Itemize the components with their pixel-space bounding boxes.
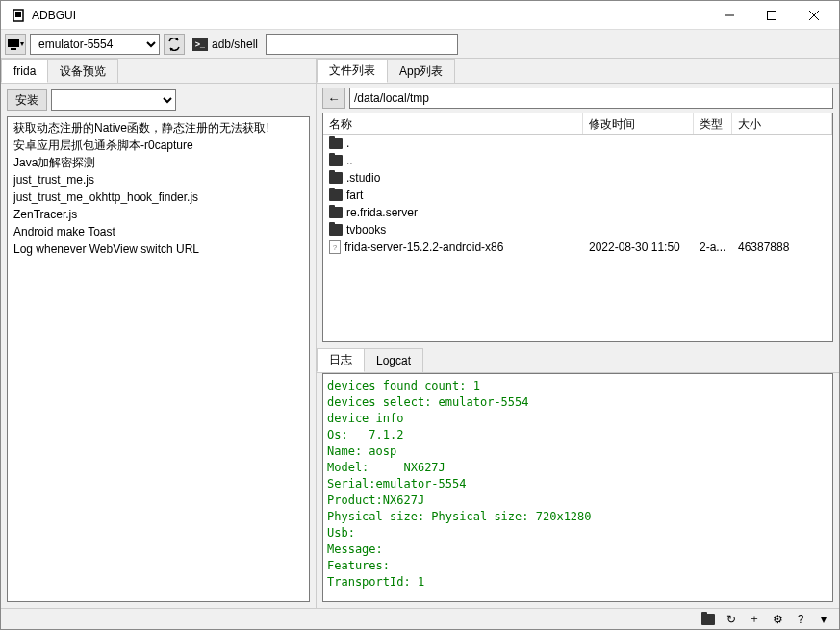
col-name[interactable]: 名称	[323, 113, 583, 134]
tab-logcat[interactable]: Logcat	[364, 348, 423, 372]
left-tabs: frida 设备预览	[1, 59, 316, 84]
device-select[interactable]: emulator-5554	[30, 34, 160, 55]
col-mtime[interactable]: 修改时间	[583, 113, 694, 134]
refresh-icon[interactable]: ↻	[724, 612, 739, 627]
tab-frida[interactable]: frida	[1, 59, 48, 83]
device-icon[interactable]: ▾	[5, 34, 26, 55]
titlebar: ADBGUI	[1, 1, 839, 30]
window-title: ADBGUI	[32, 9, 708, 22]
folder-icon	[329, 224, 343, 236]
svg-rect-3	[768, 11, 776, 19]
log-panel: 日志 Logcat devices found count: 1 devices…	[317, 348, 839, 608]
file-row[interactable]: re.frida.server	[323, 204, 832, 221]
script-item[interactable]: 获取动态注册的Native函数，静态注册的无法获取!	[10, 119, 307, 137]
file-size: 46387888	[732, 240, 832, 254]
folder-icon	[329, 172, 343, 184]
script-item[interactable]: Java加解密探测	[10, 154, 307, 171]
script-item[interactable]: just_trust_me.js	[10, 171, 307, 189]
file-name: frida-server-15.2.2-android-x86	[344, 240, 503, 254]
file-list: 名称 修改时间 类型 大小 ....studiofartre.frida.ser…	[322, 113, 833, 342]
log-content[interactable]: devices found count: 1 devices select: e…	[322, 373, 833, 602]
script-item[interactable]: 安卓应用层抓包通杀脚本-r0capture	[10, 137, 307, 154]
minimize-button[interactable]	[708, 2, 751, 29]
tab-app-list[interactable]: App列表	[387, 59, 455, 83]
close-button[interactable]	[793, 2, 835, 29]
shell-label: >_ adb/shell	[189, 38, 262, 51]
left-panel: frida 设备预览 安装 获取动态注册的Native函数，静态注册的无法获取!…	[1, 59, 317, 608]
gear-icon[interactable]: ⚙	[770, 612, 785, 627]
path-input[interactable]	[349, 88, 833, 109]
file-rows[interactable]: ....studiofartre.frida.servertvbooks?fri…	[323, 135, 832, 341]
svg-rect-7	[11, 48, 16, 50]
folder-icon[interactable]	[700, 612, 716, 627]
terminal-icon: >_	[192, 38, 208, 51]
file-name: re.frida.server	[346, 206, 418, 219]
back-button[interactable]: ←	[322, 88, 345, 109]
folder-icon	[329, 138, 343, 149]
right-tabs: 文件列表 App列表	[317, 59, 839, 84]
tab-file-list[interactable]: 文件列表	[317, 59, 388, 83]
file-name: tvbooks	[346, 223, 386, 237]
script-item[interactable]: Log whenever WebView switch URL	[10, 240, 307, 258]
script-list[interactable]: 获取动态注册的Native函数，静态注册的无法获取!安卓应用层抓包通杀脚本-r0…	[7, 116, 310, 602]
app-icon	[11, 8, 26, 23]
file-row[interactable]: ..	[323, 152, 832, 169]
file-name: fart	[346, 189, 363, 202]
file-mtime: 2022-08-30 11:50	[583, 240, 694, 254]
file-icon: ?	[329, 240, 341, 254]
frida-version-select[interactable]	[51, 89, 176, 111]
file-header: 名称 修改时间 类型 大小	[323, 113, 832, 135]
file-name: ..	[346, 154, 353, 167]
file-name: .	[346, 137, 349, 150]
maximize-button[interactable]	[751, 2, 793, 29]
col-size[interactable]: 大小	[732, 113, 832, 134]
refresh-button[interactable]	[164, 34, 185, 55]
col-type[interactable]: 类型	[694, 113, 732, 134]
help-icon[interactable]: ?	[793, 612, 808, 627]
tab-device-preview[interactable]: 设备预览	[47, 59, 118, 83]
folder-icon	[329, 155, 343, 166]
file-type: 2-a...	[694, 240, 732, 254]
file-name: .studio	[346, 171, 380, 185]
plus-icon[interactable]: ＋	[747, 612, 762, 627]
script-item[interactable]: just_trust_me_okhttp_hook_finder.js	[10, 189, 307, 206]
log-tabs: 日志 Logcat	[317, 348, 839, 373]
folder-icon	[329, 189, 343, 201]
statusbar: ↻ ＋ ⚙ ? ▾	[1, 608, 839, 629]
right-panel: 文件列表 App列表 ← 名称 修改时间 类型 大小 ....studiofar…	[317, 59, 839, 608]
script-item[interactable]: Android make Toast	[10, 223, 307, 240]
file-row[interactable]: .studio	[323, 169, 832, 187]
svg-rect-6	[8, 39, 19, 47]
toolbar: ▾ emulator-5554 >_ adb/shell	[1, 30, 839, 59]
file-row[interactable]: tvbooks	[323, 221, 832, 239]
folder-icon	[329, 207, 343, 218]
install-button[interactable]: 安装	[7, 89, 47, 111]
tab-log[interactable]: 日志	[317, 348, 365, 372]
file-row[interactable]: fart	[323, 187, 832, 204]
script-item[interactable]: ZenTracer.js	[10, 206, 307, 223]
svg-rect-1	[15, 12, 21, 17]
chevron-down-icon[interactable]: ▾	[816, 612, 831, 627]
file-row[interactable]: ?frida-server-15.2.2-android-x862022-08-…	[323, 239, 832, 256]
shell-input[interactable]	[266, 34, 458, 55]
file-row[interactable]: .	[323, 135, 832, 152]
